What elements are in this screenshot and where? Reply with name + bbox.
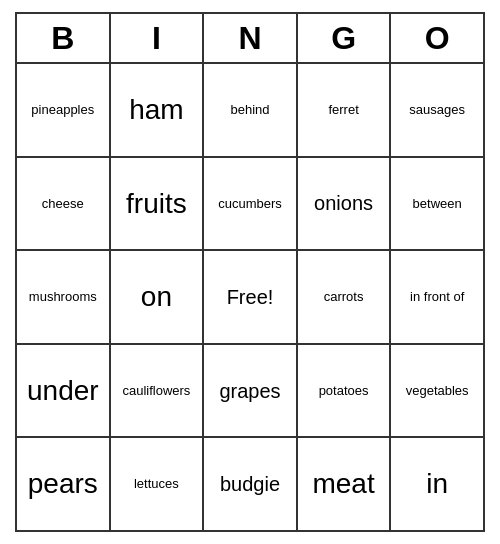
header-letter-G: G <box>298 14 392 62</box>
cell-1-1: fruits <box>111 158 205 250</box>
cell-3-2: grapes <box>204 345 298 437</box>
bingo-row-3: undercauliflowersgrapespotatoesvegetable… <box>17 345 483 439</box>
cell-3-4: vegetables <box>391 345 483 437</box>
cell-2-3: carrots <box>298 251 392 343</box>
bingo-row-4: pearslettucesbudgiemeatin <box>17 438 483 530</box>
header-letter-I: I <box>111 14 205 62</box>
cell-3-0: under <box>17 345 111 437</box>
cell-4-2: budgie <box>204 438 298 530</box>
cell-0-1: ham <box>111 64 205 156</box>
cell-1-3: onions <box>298 158 392 250</box>
header-letter-O: O <box>391 14 483 62</box>
cell-2-0: mushrooms <box>17 251 111 343</box>
bingo-card: BINGO pineappleshambehindferretsausagesc… <box>15 12 485 532</box>
cell-1-4: between <box>391 158 483 250</box>
header-letter-B: B <box>17 14 111 62</box>
cell-0-3: ferret <box>298 64 392 156</box>
cell-0-2: behind <box>204 64 298 156</box>
bingo-header: BINGO <box>17 14 483 64</box>
cell-4-1: lettuces <box>111 438 205 530</box>
cell-4-4: in <box>391 438 483 530</box>
cell-0-0: pineapples <box>17 64 111 156</box>
cell-4-3: meat <box>298 438 392 530</box>
cell-0-4: sausages <box>391 64 483 156</box>
bingo-row-1: cheesefruitscucumbersonionsbetween <box>17 158 483 252</box>
cell-3-1: cauliflowers <box>111 345 205 437</box>
bingo-row-0: pineappleshambehindferretsausages <box>17 64 483 158</box>
cell-1-0: cheese <box>17 158 111 250</box>
bingo-body: pineappleshambehindferretsausagescheesef… <box>17 64 483 530</box>
cell-2-1: on <box>111 251 205 343</box>
cell-1-2: cucumbers <box>204 158 298 250</box>
header-letter-N: N <box>204 14 298 62</box>
bingo-row-2: mushroomsonFree!carrotsin front of <box>17 251 483 345</box>
cell-4-0: pears <box>17 438 111 530</box>
cell-2-2: Free! <box>204 251 298 343</box>
cell-2-4: in front of <box>391 251 483 343</box>
cell-3-3: potatoes <box>298 345 392 437</box>
